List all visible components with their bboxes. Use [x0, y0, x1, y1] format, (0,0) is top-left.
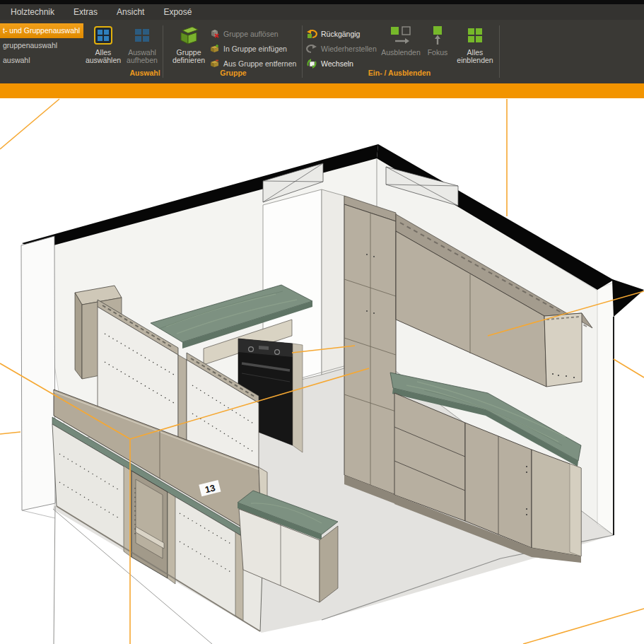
- select-all-button[interactable]: Alles auswählen: [83, 25, 123, 64]
- show-all-icon: [468, 25, 482, 45]
- clear-selection-button[interactable]: Auswahl aufheben: [123, 25, 161, 64]
- group-label-gruppe: Gruppe: [191, 69, 276, 77]
- mode-selection[interactable]: auswahl: [0, 53, 83, 68]
- group-label-ein-ausblenden: Ein- / Ausblenden: [339, 69, 459, 77]
- redo-item[interactable]: Wiederherstellen: [306, 42, 377, 55]
- mode-object-group-selection[interactable]: t- und Gruppenauswahl: [0, 23, 83, 38]
- define-group-icon: [177, 25, 201, 45]
- show-all-button[interactable]: Alles einblenden: [454, 25, 496, 64]
- insert-into-group-item[interactable]: In Gruppe einfügen: [209, 42, 287, 55]
- group-separator: [163, 25, 163, 78]
- hide-button[interactable]: Ausblenden: [380, 25, 422, 57]
- menu-item-extras[interactable]: Extras: [74, 7, 98, 17]
- insert-into-group-icon: [209, 43, 220, 54]
- tall-cabinet-column: [344, 196, 396, 504]
- undo-item[interactable]: Rückgängig: [306, 27, 360, 40]
- menu-item-ansicht[interactable]: Ansicht: [117, 7, 144, 17]
- group-separator: [499, 25, 500, 78]
- selection-mode-list: t- und Gruppenauswahl gruppenauswahl aus…: [0, 23, 83, 68]
- remove-from-group-icon: [209, 58, 220, 69]
- select-all-icon: [94, 25, 112, 45]
- hide-icon: [388, 25, 414, 45]
- dissolve-group-icon: [209, 28, 220, 39]
- focus-button[interactable]: Fokus: [423, 25, 452, 57]
- menu-bar: Holztechnik Extras Ansicht Exposé: [0, 4, 644, 20]
- ribbon-accent-bar: [0, 83, 644, 98]
- mode-group-selection[interactable]: gruppenauswahl: [0, 38, 83, 53]
- undo-icon: [306, 28, 317, 40]
- clear-selection-icon: [133, 25, 151, 45]
- group-label-auswahl: Auswahl: [99, 69, 191, 77]
- menu-item-expose[interactable]: Exposé: [163, 7, 192, 17]
- ribbon-toolbar: t- und Gruppenauswahl gruppenauswahl aus…: [0, 20, 644, 83]
- define-group-button[interactable]: Gruppe definieren: [168, 25, 209, 64]
- focus-icon: [429, 25, 446, 45]
- dissolve-group-item[interactable]: Gruppe auflösen: [209, 27, 279, 40]
- group-separator: [302, 25, 303, 78]
- menu-item-holztechnik[interactable]: Holztechnik: [11, 7, 54, 17]
- redo-icon: [306, 43, 317, 54]
- switch-icon: [306, 58, 317, 69]
- 3d-viewport[interactable]: 13: [0, 98, 644, 644]
